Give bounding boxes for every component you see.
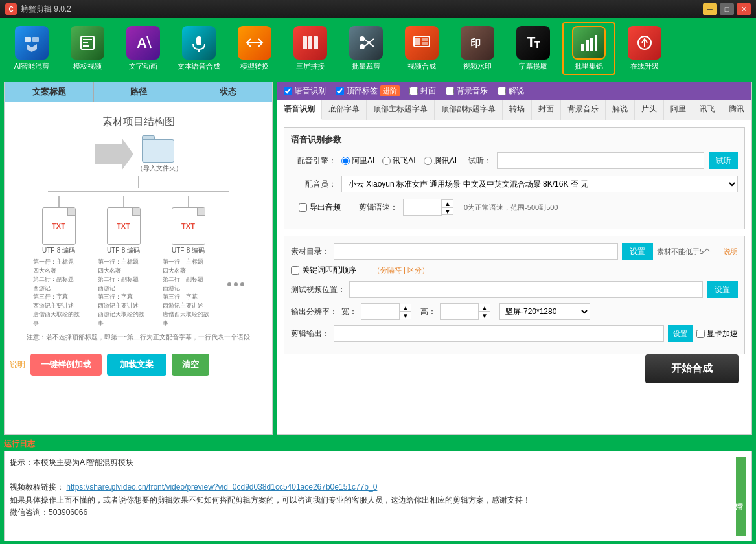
cb-speech-input[interactable] (284, 87, 292, 95)
cb-speech-label: 语音识别 (295, 85, 326, 96)
cb-cover[interactable]: 封面 (409, 85, 436, 96)
keyword-input[interactable] (291, 266, 299, 275)
cb-top-title-input[interactable] (336, 87, 344, 95)
radio-tencent[interactable]: 腾讯AI (424, 155, 457, 166)
tab-bottom-sub[interactable]: 底部字幕 (322, 100, 367, 120)
gpu-cb[interactable]: 显卡加速 (696, 328, 738, 339)
log-video-link[interactable]: https://share.plvideo.cn/front/video/pre… (66, 482, 377, 492)
start-button[interactable]: 开始合成 (645, 354, 739, 383)
clear-left-button[interactable]: 清空 (172, 354, 209, 376)
toolbar-batch-cut[interactable]: 批量裁剪 (339, 23, 393, 74)
toolbar-upgrade[interactable]: 在线升级 (618, 23, 671, 74)
radio-ali-input[interactable] (341, 157, 350, 165)
export-audio-input[interactable] (299, 203, 307, 212)
tab-bg-music[interactable]: 背景音乐 (561, 100, 606, 120)
toolbar-subtitle[interactable]: TT 字幕提取 (507, 23, 560, 74)
res-w-up-btn[interactable]: ▲ (400, 304, 411, 312)
toolbar-morph[interactable]: 模型转换 (228, 23, 281, 74)
cb-speech[interactable]: 语音识别 (284, 85, 326, 96)
output-row: 剪辑输出： C:\Users\admin\Desktop 设置 显卡加速 (291, 325, 738, 342)
txt-icon-1: TXT (42, 207, 76, 245)
subtitle-icon: TT (516, 26, 550, 60)
radio-xunfei[interactable]: 讯飞AI (382, 155, 415, 166)
svg-rect-27 (586, 40, 589, 51)
cb-bg-music-input[interactable] (446, 87, 454, 95)
radio-ali[interactable]: 阿里AI (341, 155, 374, 166)
left-tab-status[interactable]: 状态 (183, 82, 272, 102)
tab-top-sub[interactable]: 顶部副标题字幕 (435, 100, 503, 120)
tab-tencent[interactable]: 腾讯 (722, 100, 751, 120)
toolbar-tts[interactable]: 文本语音合成 (172, 23, 225, 74)
log-title[interactable]: 运行日志 (4, 438, 752, 449)
folder-label: （导入文件夹） (137, 164, 182, 173)
gpu-cb-input[interactable] (696, 330, 705, 338)
radio-tencent-input[interactable] (424, 157, 432, 165)
speed-down-btn[interactable]: ▼ (442, 207, 453, 215)
load-button[interactable]: 加载文案 (107, 354, 166, 376)
cb-top-title[interactable]: 顶部标签 进阶 (336, 85, 400, 96)
watermark-icon: 印 (461, 26, 494, 60)
speed-up-btn[interactable]: ▲ (442, 199, 453, 207)
dir-link[interactable]: 说明 (724, 247, 738, 256)
maximize-button[interactable]: □ (720, 3, 734, 15)
tab-top-main[interactable]: 顶部主标题字幕 (367, 100, 435, 120)
tab-speech[interactable]: 语音识别 (277, 100, 322, 120)
cb-cover-input[interactable] (409, 87, 418, 95)
toolbar-watermark[interactable]: 印 视频水印 (451, 23, 504, 74)
log-text-5: 微信咨询：503906066 (10, 508, 87, 517)
toolbar-text-anim[interactable]: A 文字动画 (117, 23, 170, 74)
radio-xunfei-input[interactable] (382, 157, 391, 165)
tab-narration[interactable]: 解说 (606, 100, 635, 120)
child-3: TXT UTF-8 编码 第一行：主标题 四大名著 第二行：副标题 西游记 第三… (163, 196, 214, 328)
trial-button[interactable]: 试听 (709, 152, 738, 169)
txt-label-2: TXT (117, 222, 130, 230)
res-h-up-btn[interactable]: ▲ (479, 304, 490, 312)
minimize-button[interactable]: ─ (703, 3, 717, 15)
toolbar-batch-merge[interactable]: 批里集锦 (562, 22, 615, 75)
template-label: 模板视频 (73, 62, 102, 71)
utf8-label-1: UTF-8 编码 (42, 246, 75, 255)
tab-intro[interactable]: 片头 (635, 100, 664, 120)
lines-3: 第一行：主标题 四大名著 第二行：副标题 西游记 第三行：字幕 西游记主要讲述 … (163, 258, 214, 328)
toolbar-ai-mix[interactable]: AI智能混剪 (5, 23, 58, 74)
res-preset-select[interactable]: 竖屏-720*1280 (499, 303, 590, 320)
toolbar-template[interactable]: 模板视频 (61, 23, 114, 74)
log-clear-button[interactable]: 清空 (736, 457, 746, 536)
toolbar-compose[interactable]: 视频合成 (395, 23, 448, 74)
res-w-down-btn[interactable]: ▼ (400, 312, 411, 319)
close-button[interactable]: ✕ (737, 3, 751, 15)
res-h-down-btn[interactable]: ▼ (479, 312, 490, 319)
tab-cover[interactable]: 封面 (532, 100, 561, 120)
export-audio-cb[interactable]: 导出音频 (299, 202, 341, 213)
output-set-button[interactable]: 设置 (668, 325, 693, 342)
tab-transition[interactable]: 转场 (503, 100, 532, 120)
tab-xunfei[interactable]: 讯飞 (693, 100, 722, 120)
output-input[interactable]: C:\Users\admin\Desktop (334, 325, 664, 342)
voice-select[interactable]: 小云 Xiaoyun 标准女声 通用场景 中文及中英文混合场景 8K/16K 否… (341, 176, 738, 192)
svg-text:A: A (137, 35, 147, 51)
toolbar-three-split[interactable]: 三屏拼接 (284, 23, 337, 74)
svg-rect-1 (32, 37, 39, 42)
res-h-input[interactable]: 1280 (440, 303, 479, 320)
dir-input[interactable] (334, 243, 618, 260)
cb-bg-music[interactable]: 背景音乐 (446, 85, 488, 96)
test-input[interactable]: test.mp4 (349, 281, 703, 298)
output-label: 剪辑输出： (291, 328, 330, 339)
res-w-input[interactable]: 720 (361, 303, 400, 320)
keyword-cb[interactable]: 关键词匹配顺序 (291, 265, 356, 276)
left-tab-title[interactable]: 文案标题 (5, 82, 94, 102)
cb-narration-input[interactable] (498, 87, 506, 95)
tab-ali[interactable]: 阿里 (664, 100, 693, 120)
speed-input[interactable]: 2 (403, 199, 442, 216)
ai-mix-label: AI智能混剪 (14, 62, 49, 71)
dir-set-button[interactable]: 设置 (622, 243, 653, 260)
test-set-button[interactable]: 设置 (707, 281, 738, 298)
left-panel-body: 素材项目结构图 （导入文件夹） (5, 102, 272, 348)
structure-diagram: （导入文件夹） TXT (11, 135, 266, 328)
sample-button[interactable]: 一键样例加载 (30, 354, 102, 376)
left-tab-path[interactable]: 路径 (94, 82, 183, 102)
trial-input[interactable]: 螃蟹出品，必属精品 (497, 152, 704, 169)
cb-narration[interactable]: 解说 (498, 85, 524, 96)
explain-link[interactable]: 说明 (10, 359, 25, 370)
utf8-label-2: UTF-8 编码 (107, 246, 140, 255)
